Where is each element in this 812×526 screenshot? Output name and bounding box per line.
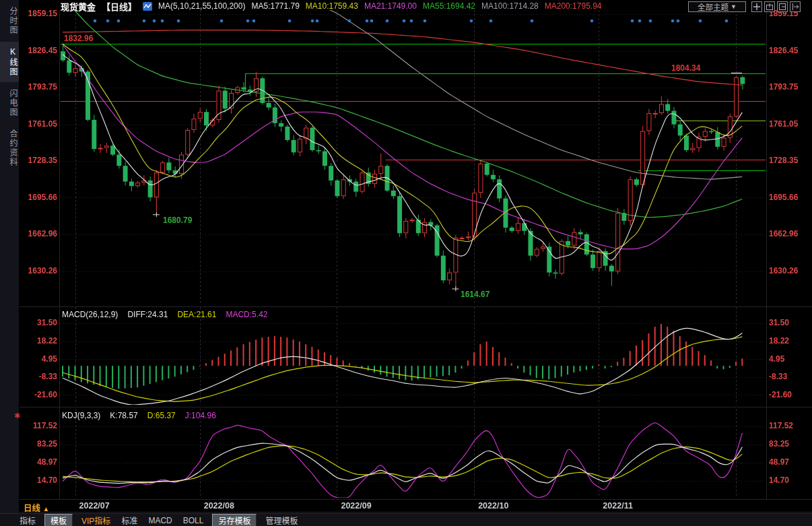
- kdj-header: KDJ(9,3,3) K:78.57 D:65.37 J:104.96: [62, 411, 216, 420]
- triangle-up-icon: ▲: [43, 505, 50, 513]
- chart-header: 现货黄金 【日线】 MA(5,10,21,55,100,200) MA5:177…: [61, 1, 602, 11]
- j-value: J:104.96: [185, 411, 216, 420]
- app-root: 分时图 K线图 闪电图 合约资料 现货黄金 【日线】 MA(5,10,21,55…: [0, 0, 812, 526]
- indicator-marker-icon[interactable]: ✱: [14, 412, 20, 420]
- theme-dropdown-label: 全部主题: [698, 1, 729, 12]
- sidebar-item-lightning-chart[interactable]: 闪电图: [0, 84, 19, 123]
- price-annotation-1804: 1804.34: [671, 63, 700, 73]
- sidebar-item-kline-chart[interactable]: K线图: [0, 42, 19, 82]
- ma200-value: MA200:1795.94: [545, 1, 602, 11]
- sidebar-item-time-chart[interactable]: 分时图: [0, 1, 19, 40]
- ma21-value: MA21:1749.00: [364, 1, 417, 11]
- tab-indicators[interactable]: 指标: [18, 515, 38, 526]
- tab-template[interactable]: 模板: [44, 514, 73, 526]
- chart-canvas[interactable]: [0, 0, 812, 526]
- pane-expand-icon[interactable]: [764, 1, 775, 12]
- ma100-value: MA100:1714.28: [481, 1, 539, 11]
- bottom-tab-bar: 指标 模板 VIP指标 标准 MACD BOLL 另存模板 管理模板: [0, 513, 812, 526]
- symbol-name: 现货黄金: [61, 0, 96, 13]
- chart-toolbar: [751, 1, 801, 12]
- tab-save-as-template[interactable]: 另存模板: [212, 514, 257, 526]
- tab-vip-indicators[interactable]: VIP指标: [79, 515, 112, 526]
- tab-manage-template[interactable]: 管理模板: [263, 515, 300, 526]
- tab-boll[interactable]: BOLL: [181, 516, 206, 525]
- ma5-value: MA5:1771.79: [251, 1, 299, 11]
- period-selector[interactable]: 日线 ▲: [24, 501, 49, 514]
- dea-value: DEA:21.61: [177, 310, 216, 319]
- macd-header: MACD(26,12,9) DIFF:24.31 DEA:21.61 MACD:…: [62, 310, 267, 319]
- collapse-right-icon[interactable]: [790, 1, 801, 12]
- pane-split-icon[interactable]: [777, 1, 788, 12]
- period-label: 【日线】: [102, 0, 137, 13]
- macd-params-label: MACD(26,12,9): [62, 310, 118, 319]
- tab-standard[interactable]: 标准: [119, 515, 139, 526]
- kdj-params-label: KDJ(9,3,3): [62, 411, 100, 420]
- sidebar-item-contract-info[interactable]: 合约资料: [0, 124, 19, 172]
- theme-dropdown-button[interactable]: 全部主题 ▼: [688, 1, 746, 12]
- k-value: K:78.57: [110, 411, 137, 420]
- d-value: D:65.37: [147, 411, 176, 420]
- tab-macd[interactable]: MACD: [146, 516, 174, 525]
- period-selector-label: 日线: [24, 504, 40, 513]
- price-annotation-1614: 1614.67: [461, 290, 489, 299]
- diff-value: DIFF:24.31: [127, 310, 168, 319]
- ma-params-label: MA(5,10,21,55,100,200): [158, 1, 245, 11]
- crosshair-icon[interactable]: [751, 1, 762, 12]
- chevron-down-icon: ▼: [731, 3, 737, 10]
- ma55-value: MA55:1694.42: [423, 1, 475, 11]
- ma10-value: MA10:1759.43: [306, 1, 358, 11]
- price-annotation-1832: 1832.96: [64, 34, 93, 43]
- chart-type-icon[interactable]: [143, 2, 152, 11]
- macd-value: MACD:5.42: [226, 310, 267, 319]
- sidebar: 分时图 K线图 闪电图 合约资料: [0, 0, 20, 513]
- price-annotation-1680: 1680.79: [163, 216, 192, 225]
